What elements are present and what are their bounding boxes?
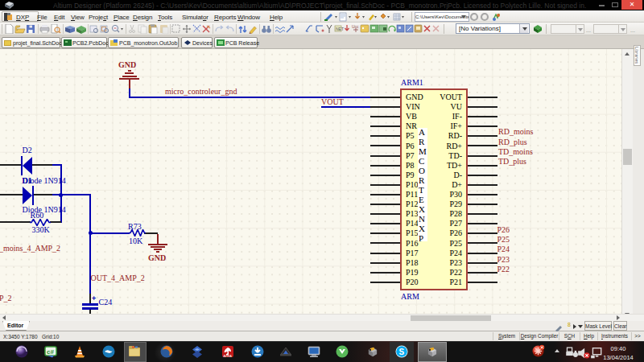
- svg-text:S: S: [399, 348, 405, 356]
- svg-text:Ucc: Ucc: [352, 24, 359, 29]
- svg-text:NET: NET: [336, 27, 344, 31]
- svg-text:AVIRA: AVIRA: [224, 355, 233, 358]
- svg-text:c#: c#: [47, 348, 54, 356]
